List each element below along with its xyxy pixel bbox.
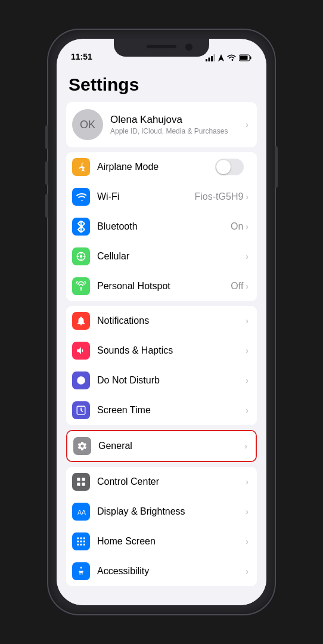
bluetooth-icon: [77, 221, 85, 233]
bluetooth-icon-wrap: [72, 218, 90, 236]
notifications-section: Notifications › Sounds & Haptics ›: [66, 306, 257, 425]
bluetooth-item[interactable]: Bluetooth On ›: [66, 212, 257, 242]
display-chevron: ›: [246, 507, 249, 516]
accessibility-chevron: ›: [246, 566, 249, 576]
airplane-mode-label: Airplane Mode: [97, 162, 215, 172]
cellular-icon: [76, 251, 86, 262]
wifi-setting-icon: [76, 191, 86, 202]
airplane-mode-icon-wrap: [72, 158, 90, 176]
wifi-label: Wi-Fi: [97, 191, 195, 202]
svg-point-9: [80, 287, 82, 289]
airplane-mode-item[interactable]: Airplane Mode: [66, 152, 257, 182]
general-highlighted-section[interactable]: General ›: [66, 430, 257, 462]
notifications-icon-wrap: [72, 312, 90, 330]
display-icon-wrap: AA: [72, 503, 90, 521]
bluetooth-label: Bluetooth: [97, 221, 231, 232]
airplane-toggle[interactable]: [215, 159, 244, 175]
screentime-icon-wrap: [72, 401, 90, 419]
dnd-chevron: ›: [246, 376, 249, 385]
connectivity-section: Airplane Mode Wi-Fi Fios-tG5H9 ›: [66, 152, 257, 301]
svg-rect-23: [80, 544, 82, 546]
display-icon: AA: [76, 506, 86, 517]
svg-point-8: [80, 255, 83, 258]
general-label: General: [98, 441, 244, 451]
hotspot-chevron: ›: [246, 281, 249, 291]
profile-chevron: ›: [246, 120, 249, 129]
svg-rect-21: [83, 541, 85, 543]
general-icon: [77, 441, 88, 451]
svg-rect-19: [77, 541, 79, 543]
svg-rect-18: [83, 537, 85, 539]
display-label: Display & Brightness: [97, 506, 246, 517]
wifi-icon-wrap: [72, 188, 90, 206]
display-item[interactable]: AA Display & Brightness ›: [66, 497, 257, 527]
home-screen-item[interactable]: Home Screen ›: [66, 527, 257, 556]
cellular-label: Cellular: [97, 251, 246, 262]
accessibility-label: Accessibility: [97, 566, 246, 577]
notifications-icon: [76, 315, 86, 326]
accessibility-icon: [76, 566, 86, 577]
control-center-item[interactable]: Control Center ›: [66, 467, 257, 497]
svg-rect-16: [77, 537, 79, 539]
svg-point-25: [80, 567, 82, 569]
hotspot-value: Off: [231, 281, 243, 292]
battery-icon: [239, 54, 252, 61]
svg-rect-22: [77, 544, 79, 546]
signal-icon: [206, 54, 215, 61]
home-screen-icon-wrap: [72, 532, 90, 550]
svg-rect-5: [250, 57, 251, 60]
hotspot-item[interactable]: Personal Hotspot Off ›: [66, 271, 257, 301]
profile-section[interactable]: OK Olena Kahujova Apple ID, iCloud, Medi…: [66, 102, 257, 147]
svg-rect-2: [211, 56, 213, 61]
status-icons: [206, 54, 252, 63]
wifi-item[interactable]: Wi-Fi Fios-tG5H9 ›: [66, 182, 257, 212]
page-title: Settings: [57, 65, 266, 102]
screentime-item[interactable]: Screen Time ›: [66, 395, 257, 425]
svg-rect-24: [83, 544, 85, 546]
screentime-icon: [76, 405, 86, 416]
general-chevron: ›: [244, 441, 247, 451]
home-screen-icon: [76, 536, 86, 547]
wifi-value: Fios-tG5H9: [195, 191, 244, 202]
notifications-label: Notifications: [97, 315, 246, 326]
notch: [114, 39, 209, 57]
sounds-chevron: ›: [246, 346, 249, 355]
phone-screen: 11:51: [57, 39, 266, 605]
avatar: OK: [72, 109, 103, 140]
svg-rect-3: [214, 54, 216, 61]
svg-rect-1: [209, 58, 210, 62]
notch-speaker: [147, 45, 176, 48]
sounds-icon-wrap: [72, 342, 90, 360]
profile-subtitle: Apple ID, iCloud, Media & Purchases: [110, 127, 246, 135]
phone-frame: 11:51: [48, 30, 275, 614]
hotspot-icon: [76, 281, 86, 292]
control-center-icon: [76, 476, 86, 487]
home-screen-chevron: ›: [246, 537, 249, 546]
svg-rect-12: [82, 478, 85, 481]
notifications-item[interactable]: Notifications ›: [66, 306, 257, 336]
svg-rect-11: [77, 478, 80, 481]
profile-info: Olena Kahujova Apple ID, iCloud, Media &…: [110, 114, 246, 135]
svg-rect-17: [80, 537, 82, 539]
dnd-icon: [76, 375, 86, 386]
profile-item[interactable]: OK Olena Kahujova Apple ID, iCloud, Medi…: [66, 102, 257, 147]
settings-content: Settings OK Olena Kahujova Apple ID, iCl…: [57, 65, 266, 605]
cellular-item[interactable]: Cellular ›: [66, 242, 257, 271]
hotspot-label: Personal Hotspot: [97, 281, 231, 292]
display-section: Control Center › AA Display & Brightness…: [66, 467, 257, 586]
screentime-label: Screen Time: [97, 405, 246, 416]
svg-rect-20: [80, 541, 82, 543]
bluetooth-value: On: [231, 221, 243, 232]
cellular-icon-wrap: [72, 247, 90, 265]
control-center-icon-wrap: [72, 473, 90, 491]
wifi-chevron: ›: [246, 192, 249, 202]
svg-rect-14: [82, 483, 85, 486]
profile-name: Olena Kahujova: [110, 114, 246, 126]
svg-rect-0: [206, 59, 207, 61]
dnd-item[interactable]: Do Not Disturb ›: [66, 366, 257, 395]
dnd-label: Do Not Disturb: [97, 375, 246, 386]
general-item[interactable]: General ›: [67, 431, 256, 461]
svg-rect-6: [240, 56, 248, 60]
sounds-item[interactable]: Sounds & Haptics ›: [66, 336, 257, 366]
accessibility-item[interactable]: Accessibility ›: [66, 556, 257, 586]
